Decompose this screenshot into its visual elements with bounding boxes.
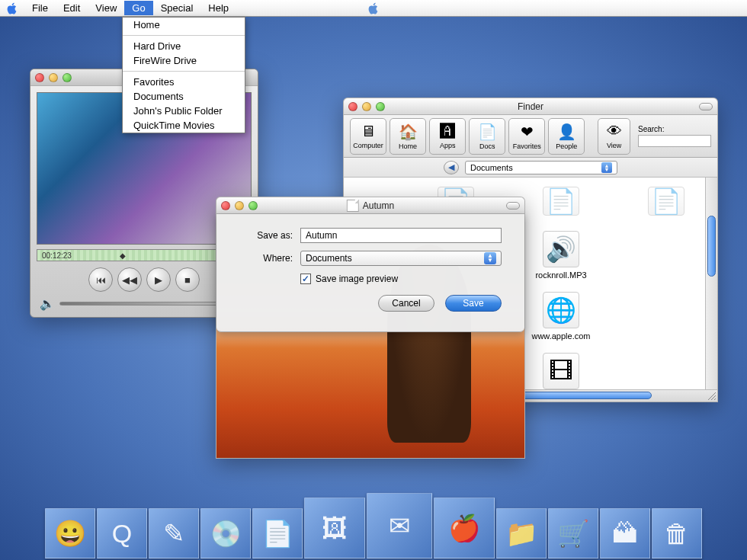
back-button[interactable]: ◀ — [444, 161, 459, 174]
rewind-start-button[interactable]: ⏮ — [88, 267, 113, 292]
checkbox-label: Save image preview — [316, 274, 398, 284]
dock-item-finder[interactable]: 😀 — [45, 508, 95, 558]
file-item[interactable]: 🎞Outtake.mov — [519, 353, 603, 389]
scrollbar-thumb[interactable] — [707, 216, 716, 277]
minimize-icon[interactable] — [235, 201, 244, 210]
window-title: Autumn — [363, 200, 394, 211]
finder-toolbar: 🖥Computer 🏠Home 🅰Apps 📄Docs ❤Favorites 👤… — [344, 115, 717, 158]
dock-item-dvd[interactable]: 💿 — [200, 508, 251, 558]
file-item[interactable]: 📄 — [519, 187, 603, 219]
file-icon: 🎞 — [543, 353, 579, 389]
apps-icon: 🅰 — [440, 123, 455, 140]
path-value: Documents — [470, 163, 513, 172]
heart-icon: ❤ — [521, 123, 534, 141]
where-label: Where: — [239, 253, 293, 264]
dock-item-apple-store[interactable]: 🍎 — [434, 498, 495, 558]
file-icon: 📄 — [543, 187, 579, 216]
minimize-icon[interactable] — [49, 73, 58, 82]
close-icon[interactable] — [35, 73, 44, 82]
file-item[interactable]: 🔊rocknroll.MP3 — [519, 231, 603, 280]
updown-arrows-icon: ▲▼ — [601, 162, 612, 173]
playhead-icon[interactable]: ◆ — [120, 251, 126, 260]
where-value: Documents — [306, 253, 352, 264]
updown-arrows-icon: ▲▼ — [484, 252, 496, 264]
toolbar-home-button[interactable]: 🏠Home — [390, 118, 426, 155]
computer-icon: 🖥 — [361, 123, 376, 140]
menu-file[interactable]: File — [24, 1, 56, 15]
file-item[interactable]: 📄 — [624, 187, 708, 219]
timecode: 00:12:23 — [42, 251, 72, 260]
toolbar-favorites-button[interactable]: ❤Favorites — [508, 118, 545, 155]
toolbar-toggle-button[interactable] — [699, 103, 713, 110]
home-icon: 🏠 — [399, 123, 418, 141]
finder-titlebar[interactable]: Finder — [344, 98, 717, 115]
where-selector[interactable]: Documents ▲▼ — [300, 251, 502, 266]
go-documents[interactable]: Documents — [123, 89, 245, 104]
go-menu-dropdown: Home Hard Drive FireWire Drive Favorites… — [122, 17, 245, 133]
go-firewire-drive[interactable]: FireWire Drive — [123, 53, 245, 68]
resize-handle[interactable] — [707, 391, 717, 402]
close-icon[interactable] — [348, 102, 357, 111]
dock-item-folder[interactable]: 📁 — [496, 508, 547, 558]
play-button[interactable]: ▶ — [146, 267, 171, 292]
dock-item-trash[interactable]: 🗑 — [652, 508, 702, 558]
dock-item-photo[interactable]: 🖼 — [304, 498, 365, 558]
save-as-label: Save as: — [239, 230, 293, 241]
menu-view[interactable]: View — [88, 1, 124, 15]
preview-titlebar[interactable]: Autumn — [216, 197, 524, 214]
search-label: Search: — [638, 125, 664, 133]
toolbar-view-button[interactable]: 👁View — [598, 118, 630, 155]
filename-input[interactable] — [300, 228, 502, 243]
file-item[interactable]: 🌐www.apple.com — [519, 292, 603, 341]
zoom-icon[interactable] — [248, 201, 258, 210]
zoom-icon[interactable] — [376, 102, 385, 111]
zoom-icon[interactable] — [63, 73, 72, 82]
preview-window: Autumn Save as: Where: Documents ▲▼ ✓ Sa… — [216, 197, 525, 459]
menu-edit[interactable]: Edit — [56, 1, 88, 15]
toolbar-toggle-button[interactable] — [506, 202, 520, 210]
file-icon: 📄 — [648, 187, 684, 216]
go-hard-drive[interactable]: Hard Drive — [123, 39, 245, 53]
cancel-button[interactable]: Cancel — [378, 295, 434, 312]
vertical-scrollbar[interactable] — [705, 178, 717, 389]
menu-special[interactable]: Special — [153, 1, 201, 15]
save-button[interactable]: Save — [445, 295, 502, 312]
dock-item-document[interactable]: 📄 — [252, 508, 303, 558]
file-name: www.apple.com — [531, 331, 590, 341]
file-icon: 🌐 — [543, 292, 579, 328]
stop-button[interactable]: ■ — [175, 267, 200, 292]
person-icon: 👤 — [557, 123, 576, 141]
apple-logo-center-icon — [367, 2, 380, 14]
path-selector[interactable]: Documents ▲▼ — [465, 161, 617, 174]
go-quicktime-movies[interactable]: QuickTime Movies — [123, 118, 245, 133]
finder-path-bar: ◀ Documents ▲▼ — [344, 158, 717, 178]
menu-help[interactable]: Help — [200, 1, 236, 15]
document-icon — [347, 200, 359, 212]
dock-item-landscape[interactable]: 🏔 — [600, 508, 650, 558]
menu-separator — [123, 35, 245, 36]
save-preview-checkbox[interactable]: ✓ — [300, 274, 311, 284]
minimize-icon[interactable] — [362, 102, 371, 111]
close-icon[interactable] — [221, 201, 230, 210]
go-favorites[interactable]: Favorites — [123, 75, 245, 89]
toolbar-docs-button[interactable]: 📄Docs — [469, 118, 505, 155]
menu-go[interactable]: Go — [124, 1, 152, 15]
volume-icon: 🔈 — [40, 296, 55, 311]
dock-item-amazon[interactable]: 🛒 — [548, 508, 598, 558]
file-name: rocknroll.MP3 — [535, 270, 586, 280]
go-home[interactable]: Home — [123, 18, 245, 32]
dock-item-quicktime[interactable]: Q — [97, 508, 147, 558]
toolbar-apps-button[interactable]: 🅰Apps — [429, 118, 466, 155]
window-title: Finder — [518, 101, 543, 112]
dock-item-mail[interactable]: ✉ — [367, 493, 432, 558]
apple-menu-icon[interactable] — [6, 2, 18, 14]
menubar: File Edit View Go Special Help — [0, 0, 747, 17]
save-sheet: Save as: Where: Documents ▲▼ ✓ Save imag… — [216, 214, 524, 332]
toolbar-people-button[interactable]: 👤People — [548, 118, 585, 155]
dock-item-textedit[interactable]: ✎ — [149, 508, 199, 558]
go-public-folder[interactable]: John's Public Folder — [123, 104, 245, 118]
rewind-button[interactable]: ◀◀ — [117, 267, 142, 292]
eye-icon: 👁 — [607, 123, 622, 140]
search-input[interactable] — [638, 135, 711, 147]
toolbar-computer-button[interactable]: 🖥Computer — [350, 118, 386, 155]
